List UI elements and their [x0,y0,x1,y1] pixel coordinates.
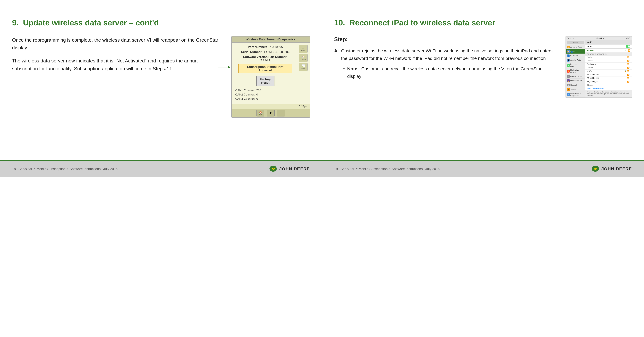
left-section-number: 9. [12,18,18,27]
signal-icon-6: 📶 ℹ [627,74,630,76]
bottom-space [0,177,644,337]
settings-sounds[interactable]: 🔊 Sounds [566,87,585,92]
ipad-container: Settings 12:00 PM Wi-Fi Search ✈ Airplan… [566,36,632,98]
settings-bluetooth[interactable]: 🔵 Bluetooth [566,54,585,58]
network-se-440[interactable]: SE_SSID_440 📶 ℹ [586,76,632,80]
wifi-panel-header: Wi-Fi [586,40,632,44]
step-label: Step: [334,36,556,42]
wifi-current-network[interactable]: 1770NT ✓ 📶 [586,48,632,53]
note-body: Customer can recall the wireless data se… [347,66,542,79]
left-section-title-text: Update wireless data server – cont'd [23,18,159,27]
hotspot-icon: 📡 [567,64,570,67]
sidebar-main-btn[interactable]: ⊞ Main [299,45,308,53]
ask-join-description: Known networks will be joined automatica… [586,90,632,97]
right-section-number: 10. [334,18,345,27]
can1-counter: CAN1 Counter: 785 [235,89,296,92]
step-list: A. Customer rejoins the wireless data se… [334,47,556,80]
wifi-toggle-row[interactable]: Wi-Fi [586,44,632,48]
wds-body: Part Number: PFA10595 Serial Number: PCW… [232,42,310,104]
wallpaper-icon: 🖼 [567,93,570,96]
wds-title-bar: Wireless Data Server - Diagnostics [232,36,310,42]
notification-icon: 🔔 [567,70,570,72]
left-footer-logo: JD JOHN DEERE [269,165,310,172]
ask-join-networks[interactable]: Ask to Join Networks [586,87,632,90]
network-dc-guest[interactable]: D&C Guest 📶 ℹ [586,63,632,66]
signal-icon-7: 📶 ℹ [627,77,630,79]
wds-panel-container: Wireless Data Server - Diagnostics Part … [232,36,310,118]
network-se-305[interactable]: SE_SSID_305 📶 ℹ [586,73,632,76]
signal-icon-3: 📶 ℹ [627,63,630,65]
settings-cellular[interactable]: 📱 Cellular Data [566,58,585,62]
right-section-title-text: Reconnect iPad to wireless data server [350,18,495,27]
sidebar-setup-btn[interactable]: 🏠 Setup [299,54,308,62]
can3-counter: CAN3 Counter: 0 [235,97,296,100]
note-text: Note: Customer can recall the wireless d… [347,65,556,80]
signal-icon: 📶 ℹ [627,56,630,58]
wds-panel: Wireless Data Server - Diagnostics Part … [232,36,310,118]
signal-icon-4: 📶 ℹ [627,67,630,69]
ipad-content: Search ✈ Airplane Mode 📶 Wi-Fi [566,40,632,97]
wds-up-btn[interactable]: ⬆ [267,110,274,116]
wifi-toggle[interactable] [626,45,630,48]
settings-control-center[interactable]: ⚙ Control Center [566,74,585,79]
blue-arrow-line [562,52,571,52]
network-brose[interactable]: BROSE 📶 ℹ [586,59,632,63]
step-a: A. Customer rejoins the wireless data se… [334,47,556,62]
cellular-icon: 📱 [567,59,570,61]
right-footer-logo: JD JOHN DEERE [592,165,632,172]
network-se-441[interactable]: SE_SSID_441 📶 ℹ [586,80,632,83]
svg-text:JD: JD [594,167,597,170]
pages-row: 9. Update wireless data server – cont'd … [0,0,644,160]
note-label: Note: [347,66,359,71]
wds-software-version: Software Version/Part Number: 2.274.1 [235,55,296,62]
wds-menu-btn[interactable]: ☰ [277,110,285,116]
bullet-symbol: • [343,65,345,80]
checkmark-icon: ✓ 📶 [625,49,630,52]
network-other[interactable]: Other... [586,83,632,87]
settings-airplane[interactable]: ✈ Airplane Mode [566,45,585,49]
settings-hotspot[interactable]: 📡 Personal Hotspot [566,62,585,68]
jd-logo-right: JD [592,165,599,172]
status-bar-right: Wi-Fi [626,37,630,39]
network-mbivi[interactable]: MBI/VI 🔒 📶 ℹ [586,69,632,73]
wds-time: 10:26pm [297,105,308,108]
footer-left-half: 18 | SeedStar™ Mobile Subscription & Sof… [0,161,322,177]
footer: 18 | SeedStar™ Mobile Subscription & Sof… [0,160,644,177]
footer-right-half: 19 | SeedStar™ Mobile Subscription & Sof… [322,161,644,177]
sidebar-diag-btn[interactable]: 📊 Diag [299,63,308,71]
right-section-title: 10. Reconnect iPad to wireless data serv… [334,18,632,27]
settings-search[interactable]: Search [567,41,584,44]
wds-part-number: Part Number: PFA10595 [235,45,296,49]
settings-general[interactable]: ⚙ General [566,83,585,87]
status-bar-time: 12:00 PM [596,37,604,39]
factory-reset-button[interactable]: Factory Reset [256,76,274,86]
wds-subscription-status: Subscription Status: Not Activated [238,64,292,73]
sounds-icon: 🔊 [567,88,570,91]
general-icon: ⚙ [567,84,570,86]
left-desc-1: Once the reprogramming is complete, the … [12,36,222,52]
settings-wallpaper[interactable]: 🖼 Wallpapers & Brightness [566,92,585,97]
dnd-icon: 🌙 [567,79,570,82]
settings-dnd[interactable]: 🌙 Do Not Disturb [566,79,585,83]
wifi-panel: Wi-Fi Wi-Fi 1770NT ✓ 📶 [586,40,632,97]
choose-network-header: CHOOSE A NETWORK... [586,53,632,56]
right-section-content: Step: A. Customer rejoins the wireless d… [334,36,632,98]
svg-text:JD: JD [272,167,275,170]
signal-icon-2: 📶 ℹ [627,60,630,62]
wds-home-btn[interactable]: 🏠 [256,110,264,116]
step-bullet: • Note: Customer can recall the wireless… [343,65,556,80]
control-center-icon: ⚙ [567,75,570,78]
jd-logo-left: JD [269,165,277,172]
left-text-block: Once the reprogramming is complete, the … [12,36,222,78]
page-left: 9. Update wireless data server – cont'd … [0,0,322,160]
blue-arrow-head [571,50,574,53]
left-desc-2: The wireless data server now indicates t… [12,57,222,72]
right-text: Step: A. Customer rejoins the wireless d… [334,36,556,82]
settings-notification[interactable]: 🔔 Notification Center [566,68,585,74]
signal-icon-8: 📶 ℹ [627,81,630,83]
can2-counter: CAN2 Counter: 0 [235,93,296,96]
network-septa[interactable]: SepTx 📶 ℹ [586,56,632,59]
ipad-status-bar: Settings 12:00 PM Wi-Fi [566,36,632,40]
wds-serial-number: Serial Number: PCWDSAB000506 [235,50,296,54]
network-eodnet[interactable]: EODNET 📶 ℹ [586,66,632,69]
